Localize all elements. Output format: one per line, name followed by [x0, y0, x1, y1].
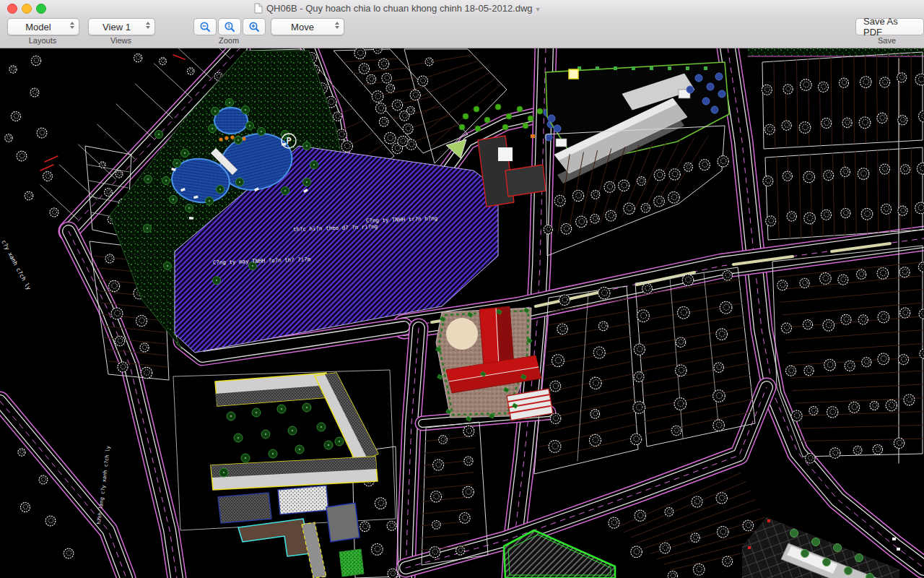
- label-parking: P: [286, 136, 291, 146]
- save-group-label: Save: [855, 36, 918, 45]
- zoom-in-icon: [248, 21, 261, 33]
- layouts-dropdown-value: Model: [25, 22, 51, 33]
- zoom-actual-size-icon: 1: [224, 21, 236, 33]
- zoom-in-button[interactable]: [243, 18, 266, 35]
- cad-drawing: C?ng ty TNHH tr?n h?ng th?c hi?n theo d?…: [0, 48, 924, 578]
- zoom-group-label: Zoom: [193, 36, 264, 45]
- minimize-window-button[interactable]: [22, 4, 32, 14]
- views-dropdown-value: View 1: [103, 22, 131, 33]
- stepper-icon: [70, 22, 74, 29]
- save-as-pdf-button[interactable]: Save As PDF: [855, 18, 924, 35]
- stepper-icon: [335, 22, 339, 29]
- move-dropdown[interactable]: Move: [271, 18, 344, 35]
- views-group-label: Views: [88, 36, 154, 45]
- views-dropdown[interactable]: View 1: [88, 18, 155, 35]
- chevron-down-icon[interactable]: ▾: [536, 5, 540, 13]
- layouts-dropdown[interactable]: Model: [7, 18, 79, 35]
- stepper-icon: [146, 22, 150, 29]
- document-icon: [254, 3, 263, 14]
- close-window-button[interactable]: [7, 4, 17, 14]
- zoom-out-button[interactable]: [193, 18, 217, 35]
- window-title: QH06B - Quy hoach chia lo chuan khong ch…: [266, 3, 533, 14]
- cad-drawing-canvas[interactable]: C?ng ty TNHH tr?n h?ng th?c hi?n theo d?…: [0, 48, 924, 578]
- svg-text:1: 1: [227, 23, 230, 28]
- move-dropdown-value: Move: [291, 22, 314, 33]
- layouts-group-label: Layouts: [7, 36, 78, 45]
- title-bar: QH06B - Quy hoach chia lo chuan khong ch…: [0, 0, 924, 17]
- zoom-out-icon: [199, 21, 212, 33]
- toolbar: Model Layouts View 1 Views 1 Zoom Move: [0, 16, 924, 48]
- zoom-window-button[interactable]: [36, 4, 46, 14]
- zoom-actual-size-button[interactable]: 1: [218, 18, 241, 35]
